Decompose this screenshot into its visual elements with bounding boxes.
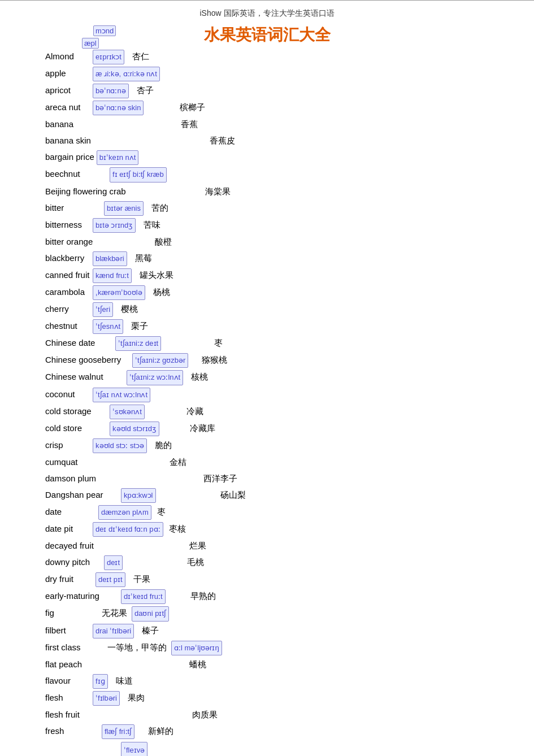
- list-item: first class 一等地，甲等的 ɑːl məˈljʊərɪŋ: [45, 640, 489, 655]
- english-word: crisp: [45, 438, 90, 453]
- list-item: blackberry blækbəri 黑莓: [45, 251, 489, 266]
- chinese-word: 新鲜的: [148, 724, 173, 738]
- phonetic-text: ˌkærəmˈboʊlə: [93, 285, 145, 300]
- phonetic-text: ˈfɪlbəri: [93, 691, 120, 706]
- english-word: Chinese walnut: [45, 370, 124, 384]
- phonetic-text: deɪt pɪt: [95, 572, 125, 587]
- chinese-word: 樱桃: [121, 302, 138, 316]
- chinese-word: 香蕉: [181, 117, 198, 132]
- subtitle: iShow 国际英语，专注大学生英语口语: [0, 8, 534, 19]
- phonetic-text: bɪtər ænis: [104, 201, 144, 216]
- phonetic-text: dɪˈkeɪd fruːt: [121, 589, 166, 604]
- list-item: flat peach 蟠桃: [45, 657, 489, 672]
- english-word: Beijing flowering crab: [45, 184, 126, 199]
- english-word: downy pitch: [45, 555, 102, 570]
- english-word: flesh fruit: [45, 707, 102, 722]
- english-word: decayed fruit: [45, 538, 110, 553]
- english-word: flat peach: [45, 657, 99, 672]
- list-item: bitter bɪtər ænis 苦的: [45, 201, 489, 216]
- list-item: cold storage ˈsʊkənʌt 冷藏: [45, 404, 489, 419]
- list-item: Almond eɪprɪkɔt 杏仁: [45, 49, 489, 64]
- top-divider: [0, 0, 534, 1]
- chinese-word: 杏仁: [132, 49, 149, 64]
- english-word: cold store: [45, 421, 107, 436]
- list-item: bitter orange 酸橙: [45, 234, 489, 249]
- english-word: flavour: [45, 674, 90, 688]
- english-word: blackberry: [45, 251, 90, 266]
- english-word: date: [45, 505, 90, 519]
- english-word: filbert: [45, 623, 90, 638]
- list-item: early-maturing dɪˈkeɪd fruːt 早熟的: [45, 589, 489, 604]
- english-word: Chinese gooseberry: [45, 353, 130, 367]
- english-word: canned fruit: [45, 268, 90, 283]
- phonetic-bubble-apl: æpl: [82, 38, 99, 49]
- english-word: first class: [45, 640, 102, 655]
- list-item: cumquat 金桔: [45, 455, 489, 470]
- phonetic-text: kəʊld stɔrɪdʒ: [110, 422, 159, 436]
- chinese-word: 苦味: [144, 218, 160, 232]
- english-word: dry fruit: [45, 572, 93, 586]
- chinese-word: 西洋李子: [203, 471, 237, 486]
- english-word: flesh: [45, 690, 90, 705]
- chinese-word: 毛桃: [187, 555, 204, 570]
- phonetic-text: fɪɡ: [93, 674, 108, 689]
- english-word: bitter orange: [45, 234, 93, 249]
- list-item: bargain price bɪˈkeɪn nʌt: [45, 150, 489, 165]
- chinese-word: 栗子: [131, 319, 148, 333]
- list-item: dry fruit deɪt pɪt 干果: [45, 572, 489, 587]
- english-word: fresh: [45, 724, 90, 738]
- english-word: cherry: [45, 302, 90, 316]
- phonetic-text: ɑːl məˈljʊərɪŋ: [171, 641, 222, 655]
- list-item: banana skin 香蕉皮: [45, 133, 489, 148]
- list-item: date dæmzən plʌm 枣: [45, 505, 489, 520]
- chinese-word: 肉质果: [192, 707, 218, 722]
- phonetic-text: deɪt: [104, 555, 123, 570]
- english-word: Dangshan pear: [45, 488, 119, 502]
- chinese-word: 金桔: [170, 455, 186, 470]
- phonetic-text: dæmzən plʌm: [98, 505, 151, 520]
- list-item: cherry ˈtʃeri 樱桃: [45, 302, 489, 317]
- english-word: Chinese date: [45, 336, 113, 350]
- list-item: apple æ ɹiːkə, ɑːriːkə nʌt: [45, 66, 489, 81]
- chinese-word: 榛子: [142, 623, 159, 638]
- english-word: early-maturing: [45, 589, 119, 603]
- list-item: Chinese gooseberry ˈtʃaɪniːz gʊzbər 猕猴桃: [45, 353, 489, 368]
- list-item: fig 无花果 daʊni pɪtʃ: [45, 606, 489, 621]
- english-word: cumquat: [45, 455, 90, 470]
- chinese-word: 枣: [214, 336, 223, 350]
- phonetic-text: bəˈnɑːnə skin: [93, 101, 144, 115]
- phonetic-text: bɪˈkeɪn nʌt: [97, 150, 139, 165]
- chinese-word: 槟榔子: [180, 100, 205, 115]
- chinese-word: 杏子: [137, 83, 154, 98]
- english-word: Almond: [45, 49, 90, 64]
- phonetic-text: flæʃ friːtʃ: [102, 724, 134, 739]
- english-word: bargain price: [45, 150, 94, 164]
- chinese-word: 味道: [116, 674, 133, 688]
- chinese-word: 烂果: [189, 538, 206, 553]
- list-item: coconut ˈtʃaɪ nʌt wɔːlnʌt: [45, 387, 489, 402]
- list-item: flesh fruit 肉质果: [45, 707, 489, 722]
- chinese-word: 黑莓: [135, 251, 152, 266]
- english-word: apricot: [45, 83, 90, 98]
- chinese-word: 早熟的: [190, 589, 216, 603]
- english-word: cold storage: [45, 404, 107, 419]
- list-item: carambola ˌkærəmˈboʊlə 杨桃: [45, 285, 489, 300]
- list-item: banana 香蕉: [45, 117, 489, 132]
- english-word: beechnut: [45, 167, 90, 181]
- english-word: bitterness: [45, 218, 90, 232]
- chinese-word: 一等地，甲等的: [107, 640, 167, 655]
- list-item: Chinese walnut ˈtʃaɪniːz wɔːlnʌt 核桃: [45, 370, 489, 385]
- chinese-word: 干果: [133, 572, 150, 586]
- phonetic-text: bɪtə ɔrɪndʒ: [93, 218, 136, 233]
- list-item: chestnut ˈtʃesnʌt 栗子: [45, 319, 489, 334]
- english-word: apple: [45, 66, 90, 81]
- chinese-word: 罐头水果: [140, 268, 173, 283]
- chinese-word: 冷藏: [186, 404, 203, 419]
- phonetic-bubble-mond: mɔnd: [93, 25, 116, 36]
- chinese-word: 杨桃: [153, 285, 170, 299]
- phonetic-text: kænd fruːt: [93, 268, 132, 283]
- phonetic-text: ˈtʃaɪniːz wɔːlnʌt: [127, 370, 183, 385]
- english-word: coconut: [45, 387, 90, 402]
- chinese-word: 砀山梨: [220, 488, 246, 502]
- chinese-word: 冷藏库: [190, 421, 215, 436]
